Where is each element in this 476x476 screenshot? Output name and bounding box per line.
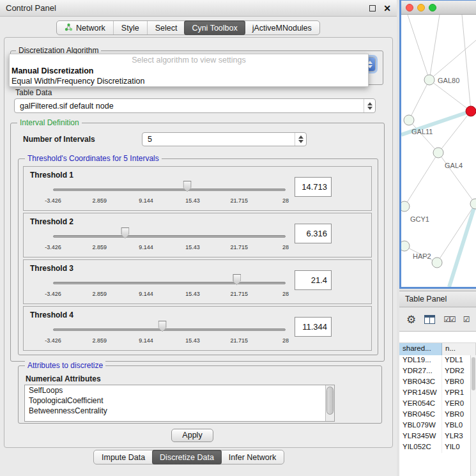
table-data-combobox-stepper[interactable]: [364, 99, 375, 112]
list-item[interactable]: SelfLoops: [25, 385, 334, 395]
tick-label: 21.715: [230, 244, 248, 250]
tab-infer-network[interactable]: Infer Network: [221, 450, 284, 464]
threshold-1-value-field[interactable]: 14.713: [295, 177, 332, 197]
tick-label: 21.715: [230, 291, 248, 297]
numerical-attributes-list: SelfLoops TopologicalCoefficient Between…: [24, 385, 335, 422]
tick-label: 15.43: [185, 291, 200, 297]
column-header-name[interactable]: n...: [442, 343, 476, 355]
tick-label: 28: [282, 337, 289, 344]
tab-select[interactable]: Select: [147, 21, 185, 35]
threshold-2-panel: Threshold 2 -3.4262.8599.14415.4321.7152…: [23, 213, 372, 257]
node-gcy1[interactable]: [401, 201, 410, 211]
tab-network[interactable]: Network: [57, 21, 113, 35]
tick-label: 15.43: [185, 337, 200, 344]
top-tab-bar: Network Style Select Cyni Toolbox jActiv…: [56, 20, 320, 35]
tick-label: 21.715: [230, 197, 248, 204]
float-window-icon[interactable]: [369, 5, 376, 12]
attributes-group-title: Attributes to discretize: [25, 361, 105, 370]
tab-infer-label: Infer Network: [229, 453, 276, 462]
cell-shared-name[interactable]: YER054C: [399, 399, 442, 410]
control-panel: Control Panel ✕ Network: [0, 0, 397, 476]
minimize-traffic-light[interactable]: [417, 4, 425, 12]
table-settings-gear-icon[interactable]: ⚙: [406, 314, 416, 325]
cell-shared-name[interactable]: YIL052C: [399, 442, 442, 453]
node-selected-red[interactable]: [466, 106, 476, 116]
dropdown-option-manual-discretization[interactable]: Manual Discretization: [10, 66, 368, 76]
table-row[interactable]: YBL079WYBL0: [399, 420, 476, 431]
apply-button[interactable]: Apply: [171, 429, 213, 442]
slider-track[interactable]: [53, 282, 286, 284]
table-scrollbar-thumb[interactable]: [472, 357, 475, 390]
close-icon[interactable]: ✕: [383, 3, 391, 13]
threshold-3-value-field[interactable]: 21.4: [295, 270, 332, 290]
table-row[interactable]: YBR043CYBR0: [399, 377, 476, 388]
node-hap2[interactable]: [432, 257, 442, 268]
numerical-attributes-label: Numerical Attributes: [26, 374, 101, 383]
network-graph-icon: [65, 23, 73, 33]
list-item[interactable]: TopologicalCoefficient: [25, 395, 334, 406]
node-label-gcy1: GCY1: [410, 215, 429, 223]
table-row[interactable]: YDL19...YDL1: [399, 355, 476, 366]
number-of-intervals-combobox[interactable]: 5: [142, 132, 307, 146]
threshold-1-slider[interactable]: [53, 181, 286, 194]
table-columns-icon[interactable]: [424, 315, 435, 324]
cell-shared-name[interactable]: YBR043C: [399, 377, 442, 388]
list-item[interactable]: BetweennessCentrality: [25, 406, 334, 416]
table-row[interactable]: YLR345WYLR3: [399, 431, 476, 442]
list-scrollbar-thumb[interactable]: [326, 387, 334, 415]
threshold-2-value-field[interactable]: 6.316: [295, 224, 332, 243]
cell-shared-name[interactable]: YLR345W: [399, 431, 442, 442]
tab-impute-data[interactable]: Impute Data: [94, 450, 153, 464]
tick-label: 2.859: [93, 244, 107, 250]
node-unlabeled[interactable]: [401, 241, 410, 251]
tab-impute-label: Impute Data: [102, 453, 145, 462]
slider-track[interactable]: [53, 235, 286, 238]
node-gal11[interactable]: [404, 115, 414, 125]
threshold-4-slider[interactable]: [53, 321, 286, 334]
threshold-2-slider[interactable]: [53, 227, 286, 240]
cell-shared-name[interactable]: YBR045C: [399, 410, 442, 420]
network-canvas[interactable]: GAL80 GAL11 GAL4 GCY1 HAP2: [401, 15, 476, 287]
threshold-4-value-field[interactable]: 11.344: [295, 317, 332, 337]
table-row[interactable]: YIL052CYIL0: [399, 442, 476, 453]
table-row[interactable]: YDR27...YDR2: [399, 366, 476, 377]
tick-label: 15.43: [185, 244, 200, 250]
table-row[interactable]: YBR045CYBR0: [399, 410, 476, 420]
tab-jactivemodules[interactable]: jActiveMNodules: [245, 21, 319, 35]
panel-title: Control Panel: [6, 3, 56, 13]
tick-label: 2.859: [93, 291, 107, 297]
slider-track[interactable]: [53, 328, 286, 331]
tick-label: 21.715: [230, 337, 248, 344]
table-data-combobox[interactable]: galFiltered.sif default node: [14, 98, 376, 113]
close-traffic-light[interactable]: [406, 4, 413, 12]
cell-shared-name[interactable]: YPR145W: [399, 388, 442, 399]
tab-discretize-data[interactable]: Discretize Data: [152, 450, 222, 464]
number-of-intervals-stepper[interactable]: [295, 133, 306, 146]
dropdown-option-equal-width-frequency[interactable]: Equal Width/Frequency Discretization: [10, 76, 368, 86]
cell-shared-name[interactable]: YDR27...: [399, 366, 442, 377]
tab-style-label: Style: [121, 24, 139, 33]
tick-label: -3.426: [45, 244, 61, 250]
zoom-traffic-light[interactable]: [429, 4, 436, 12]
select-column-icon[interactable]: ☑: [463, 315, 469, 324]
threshold-3-slider[interactable]: [53, 274, 286, 287]
threshold-4-panel: Threshold 4 -3.4262.8599.14415.4321.7152…: [23, 306, 372, 351]
node-edge-cut[interactable]: [470, 199, 476, 209]
tab-style[interactable]: Style: [113, 21, 147, 35]
slider-tick-labels: -3.4262.8599.14415.4321.71528: [53, 197, 286, 205]
node-label-hap2: HAP2: [413, 252, 431, 260]
table-row[interactable]: YPR145WYPR1: [399, 388, 476, 399]
table-row[interactable]: YER054CYER0: [399, 399, 476, 410]
cell-shared-name[interactable]: YBL079W: [399, 420, 442, 431]
table-scrollbar[interactable]: [470, 355, 476, 476]
tab-cyni-toolbox[interactable]: Cyni Toolbox: [184, 20, 245, 35]
list-scrollbar[interactable]: [325, 385, 334, 421]
tick-label: 28: [282, 291, 289, 297]
select-all-columns-icon[interactable]: ☑☑: [443, 315, 455, 324]
tick-label: 15.43: [185, 197, 200, 204]
column-header-shared-name[interactable]: shared...: [399, 343, 442, 355]
cell-shared-name[interactable]: YDL19...: [399, 355, 442, 366]
node-gal80[interactable]: [424, 75, 434, 85]
slider-track[interactable]: [53, 188, 286, 191]
node-gal4[interactable]: [433, 148, 443, 158]
